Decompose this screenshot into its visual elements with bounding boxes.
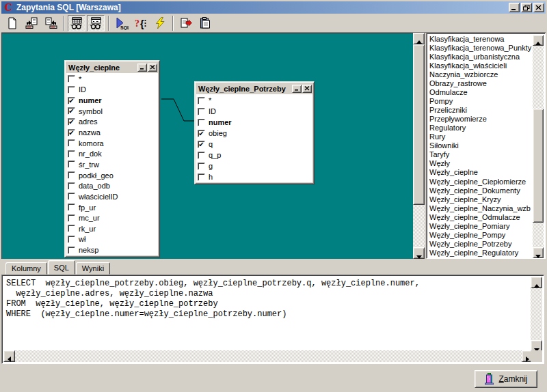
field-row[interactable]: h bbox=[198, 171, 312, 182]
field-row[interactable]: ID bbox=[68, 85, 158, 96]
table-window-minimize-button[interactable] bbox=[292, 85, 302, 93]
table-list-item[interactable]: Klasyfikacja_terenowa_Punkty bbox=[428, 44, 533, 53]
field-checkbox[interactable] bbox=[198, 152, 205, 159]
field-row[interactable]: komora bbox=[68, 138, 158, 149]
field-checkbox[interactable] bbox=[68, 150, 75, 158]
table-list-item[interactable]: Obrazy_rastrowe bbox=[428, 79, 533, 88]
table-window-close-button[interactable] bbox=[302, 85, 312, 93]
field-row[interactable]: nr_dok bbox=[68, 148, 158, 159]
table-window-titlebar[interactable]: Węzły_cieplne_Potrzeby bbox=[196, 83, 312, 94]
list-scroll-down-button[interactable] bbox=[533, 247, 544, 258]
list-scroll-up-button[interactable] bbox=[533, 35, 544, 46]
table-window-minimize-button[interactable] bbox=[137, 64, 147, 72]
field-checkbox[interactable]: ✔ bbox=[198, 141, 205, 148]
diagram-canvas[interactable]: Węzły_cieplne*ID✔numer✔symbol✔adres✔nazw… bbox=[1, 33, 413, 259]
field-checkbox[interactable] bbox=[68, 225, 75, 232]
field-row[interactable]: ✔symbol bbox=[68, 106, 158, 117]
field-checkbox[interactable] bbox=[68, 75, 75, 83]
restore-button[interactable] bbox=[521, 3, 532, 12]
table-list-item[interactable]: Węzły_cieplne_Regulatory bbox=[428, 249, 533, 257]
minimize-button[interactable] bbox=[509, 3, 520, 12]
field-checkbox[interactable] bbox=[68, 247, 75, 254]
field-row[interactable]: rk_ur bbox=[68, 223, 158, 234]
field-row[interactable]: ✔nazwa bbox=[68, 127, 158, 138]
field-checkbox[interactable] bbox=[68, 193, 75, 200]
table-list-item[interactable]: Węzły_cieplne_Potrzeby bbox=[428, 240, 533, 249]
table-list-item[interactable]: Węzły_cieplne_Pompy bbox=[428, 231, 533, 240]
canvas-scroll-up-button[interactable] bbox=[413, 33, 425, 44]
field-row[interactable]: ✔numer bbox=[68, 95, 158, 106]
table-list-item[interactable]: Węzły_cieplne_Pomiary bbox=[428, 222, 533, 231]
query-parameters-button[interactable]: ?{ bbox=[132, 15, 150, 31]
field-checkbox[interactable] bbox=[68, 139, 75, 147]
table-list-item[interactable]: Przeliczniki bbox=[428, 106, 533, 115]
table-list-item[interactable]: Regulatory bbox=[428, 124, 533, 132]
list-scroll-thumb[interactable] bbox=[533, 109, 544, 223]
field-checkbox[interactable]: ✔ bbox=[68, 97, 75, 104]
table-list-item[interactable]: Klasyfikacja_terenowa bbox=[428, 35, 533, 44]
field-row[interactable]: q_p bbox=[198, 150, 312, 160]
field-row[interactable]: data_odb bbox=[68, 180, 158, 191]
sql-vertical-scrollbar[interactable] bbox=[531, 277, 542, 352]
table-list-item[interactable]: Odmulacze bbox=[428, 88, 533, 97]
field-checkbox[interactable] bbox=[198, 163, 205, 170]
field-row[interactable]: podkł_geo bbox=[68, 170, 158, 181]
table-list-item[interactable]: Klasyfikacja_urbanistyczna bbox=[428, 53, 533, 61]
tab-sql[interactable]: SQL bbox=[48, 260, 75, 275]
sql-horizontal-scrollbar[interactable] bbox=[3, 350, 533, 362]
sql-scroll-left-button[interactable] bbox=[3, 350, 15, 362]
canvas-vertical-scrollbar[interactable] bbox=[413, 33, 425, 259]
table-list-item[interactable]: Pompy bbox=[428, 97, 533, 106]
field-row[interactable]: numer bbox=[198, 117, 312, 128]
field-checkbox[interactable] bbox=[198, 97, 205, 104]
field-checkbox[interactable] bbox=[68, 182, 75, 190]
field-row[interactable]: ID bbox=[198, 106, 312, 117]
sql-query-text[interactable]: SELECT węzły_cieplne_potrzeby.obieg, węz… bbox=[4, 277, 531, 351]
field-row[interactable]: fp_ur bbox=[68, 202, 158, 213]
close-button[interactable] bbox=[533, 3, 544, 12]
field-checkbox[interactable] bbox=[198, 173, 205, 181]
table-list-item[interactable]: Węzły_cieplne_Dokumenty bbox=[428, 186, 533, 195]
field-row[interactable]: ✔adres bbox=[68, 117, 158, 128]
canvas-scroll-down-button[interactable] bbox=[413, 247, 425, 259]
field-checkbox[interactable]: ✔ bbox=[68, 118, 75, 126]
field-row[interactable]: neksp bbox=[68, 244, 158, 255]
field-row[interactable]: * bbox=[68, 74, 158, 85]
field-checkbox[interactable] bbox=[68, 86, 75, 94]
field-row[interactable]: właścicielID bbox=[68, 191, 158, 202]
table-list-item[interactable]: Naczynia_wzbiorcze bbox=[428, 70, 533, 79]
field-checkbox[interactable] bbox=[68, 160, 75, 168]
field-checkbox[interactable] bbox=[198, 119, 205, 126]
table-list-item[interactable]: Przepływomierze bbox=[428, 115, 533, 124]
export-results-button[interactable] bbox=[177, 15, 195, 31]
field-checkbox[interactable]: ✔ bbox=[68, 129, 75, 137]
field-row[interactable]: wł bbox=[68, 234, 158, 245]
field-checkbox[interactable] bbox=[68, 214, 75, 222]
table-list-item[interactable]: Klasyfikacja_właścicieli bbox=[428, 61, 533, 70]
table-window-titlebar[interactable]: Węzły_cieplne bbox=[66, 62, 158, 72]
field-checkbox[interactable] bbox=[68, 171, 75, 179]
open-query-button[interactable] bbox=[23, 15, 40, 31]
table-list-item[interactable]: Węzły_cieplne_Odmulacze bbox=[428, 213, 533, 222]
table-list-item[interactable]: Węzły_cieplne bbox=[428, 168, 533, 177]
tab-wyniki[interactable]: Wyniki bbox=[76, 262, 110, 275]
field-row[interactable]: g bbox=[198, 160, 312, 171]
table-list-item[interactable]: Węzły_cieplne_Kryzy bbox=[428, 195, 533, 204]
close-dialog-button[interactable]: Zamknij bbox=[475, 370, 537, 388]
field-checkbox[interactable] bbox=[68, 204, 75, 211]
table-list-item[interactable]: Taryfy bbox=[428, 150, 533, 159]
field-row[interactable]: mc_ur bbox=[68, 212, 158, 223]
copy-results-button[interactable] bbox=[196, 15, 214, 31]
show-tables-toggle[interactable] bbox=[68, 15, 85, 31]
field-checkbox[interactable] bbox=[68, 236, 75, 243]
table-window-close-button[interactable] bbox=[148, 64, 157, 72]
field-checkbox[interactable]: ✔ bbox=[68, 107, 75, 115]
execute-query-button[interactable] bbox=[151, 15, 169, 31]
field-row[interactable]: ✔obieg bbox=[198, 128, 312, 139]
field-row[interactable]: śr_trw bbox=[68, 159, 158, 170]
sql-scroll-up-button[interactable] bbox=[531, 277, 542, 288]
table-list-item[interactable]: Węzły_cieplne_Naczynia_wzb bbox=[428, 204, 533, 213]
new-query-button[interactable] bbox=[3, 15, 21, 31]
field-checkbox[interactable] bbox=[198, 108, 205, 115]
tab-kolumny[interactable]: Kolumny bbox=[5, 262, 47, 275]
